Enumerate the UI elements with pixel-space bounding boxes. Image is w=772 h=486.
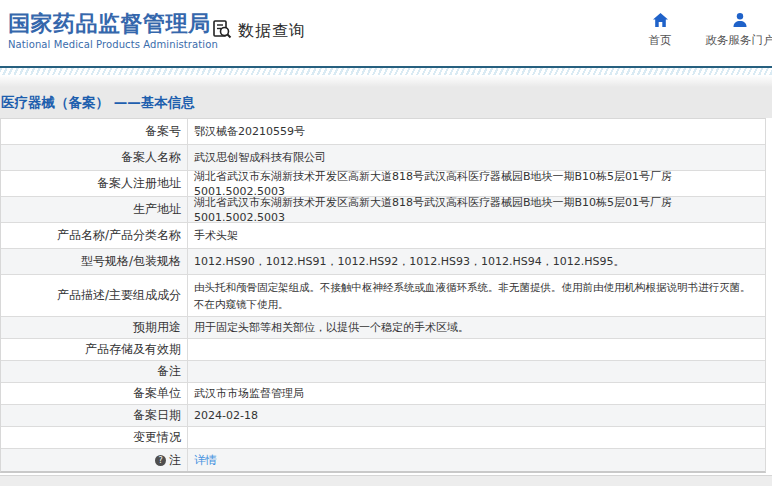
row-value: 湖北省武汉市东湖新技术开发区高新大道818号武汉高科医疗器械园B地块一期B10栋… <box>188 171 765 196</box>
row-value: 详情 <box>188 449 765 471</box>
row-label: 产品存储及有效期 <box>1 339 188 360</box>
hatch-band <box>0 68 772 75</box>
row-value: 武汉市市场监督管理局 <box>188 383 765 404</box>
row-label: 预期用途 <box>1 317 188 338</box>
row-label: 备注 <box>1 361 188 382</box>
table-row: 型号规格/包装规格 1012.HS90，1012.HS91，1012.HS92，… <box>1 249 765 275</box>
row-label: 备案人注册地址 <box>1 171 188 196</box>
home-icon <box>638 12 682 28</box>
row-value: 手术头架 <box>188 223 765 248</box>
nav-portal-label: 政务服务门户 <box>700 33 772 48</box>
table-row: 变更情况 <box>1 427 765 449</box>
row-label: 备案单位 <box>1 383 188 404</box>
row-label: 备案人名称 <box>1 145 188 170</box>
table-row: 产品名称/产品分类名称 手术头架 <box>1 223 765 249</box>
row-value <box>188 427 765 448</box>
data-query-icon <box>211 18 233 44</box>
table-row: 备注 <box>1 361 765 383</box>
table-row: 备案人名称 武汉思创智成科技有限公司 <box>1 145 765 171</box>
row-label: 备案日期 <box>1 405 188 426</box>
row-label: 产品名称/产品分类名称 <box>1 223 188 248</box>
data-query-label: 数据查询 <box>238 21 306 42</box>
nav-portal[interactable]: 政务服务门户 <box>700 12 772 48</box>
row-label: 注 <box>169 452 181 469</box>
table-row: 注 详情 <box>1 449 765 471</box>
table-row: 生产地址 湖北省武汉市东湖新技术开发区高新大道818号武汉高科医疗器械园B地块一… <box>1 197 765 223</box>
note-icon <box>155 455 166 466</box>
table-row: 产品存储及有效期 <box>1 339 765 361</box>
row-value: 由头托和颅骨固定架组成。不接触中枢神经系统或血液循环系统。非无菌提供。使用前由使… <box>188 275 765 316</box>
data-query-heading: 数据查询 <box>211 18 306 44</box>
basic-info-table: 备案号 鄂汉械备20210559号 备案人名称 武汉思创智成科技有限公司 备案人… <box>0 118 766 473</box>
row-label: 生产地址 <box>1 197 188 222</box>
row-value: 2024-02-18 <box>188 405 765 426</box>
fade-band <box>0 75 772 87</box>
table-row: 备案单位 武汉市市场监督管理局 <box>1 383 765 405</box>
table-row: 产品描述/主要组成成分 由头托和颅骨固定架组成。不接触中枢神经系统或血液循环系统… <box>1 275 765 317</box>
page-footer-strip <box>0 475 772 486</box>
row-label: 产品描述/主要组成成分 <box>1 275 188 316</box>
note-row-label: 注 <box>1 449 188 471</box>
user-icon <box>700 12 772 28</box>
nav-home[interactable]: 首页 <box>638 12 682 48</box>
row-label: 型号规格/包装规格 <box>1 249 188 274</box>
row-value <box>188 361 765 382</box>
row-value: 用于固定头部等相关部位，以提供一个稳定的手术区域。 <box>188 317 765 338</box>
page-title: 医疗器械（备案） ——基本信息 <box>0 94 195 112</box>
logo-subtitle: National Medical Products Administration <box>8 39 218 50</box>
row-value: 鄂汉械备20210559号 <box>188 119 765 144</box>
site-header: 国家药品监督管理局 National Medical Products Admi… <box>0 0 772 66</box>
row-value <box>188 339 765 360</box>
nmpa-logo[interactable]: 国家药品监督管理局 National Medical Products Admi… <box>8 11 218 50</box>
page-title-bar: 医疗器械（备案） ——基本信息 <box>0 87 772 118</box>
table-row: 备案人注册地址 湖北省武汉市东湖新技术开发区高新大道818号武汉高科医疗器械园B… <box>1 171 765 197</box>
nav-home-label: 首页 <box>638 33 682 48</box>
row-label: 变更情况 <box>1 427 188 448</box>
row-value: 湖北省武汉市东湖新技术开发区高新大道818号武汉高科医疗器械园B地块一期B10栋… <box>188 197 765 222</box>
row-label: 备案号 <box>1 119 188 144</box>
table-row: 备案号 鄂汉械备20210559号 <box>1 119 765 145</box>
details-link[interactable]: 详情 <box>194 453 217 468</box>
table-row: 预期用途 用于固定头部等相关部位，以提供一个稳定的手术区域。 <box>1 317 765 339</box>
table-row: 备案日期 2024-02-18 <box>1 405 765 427</box>
logo-title: 国家药品监督管理局 <box>8 11 218 37</box>
row-value: 1012.HS90，1012.HS91，1012.HS92，1012.HS93，… <box>188 249 765 274</box>
row-value: 武汉思创智成科技有限公司 <box>188 145 765 170</box>
